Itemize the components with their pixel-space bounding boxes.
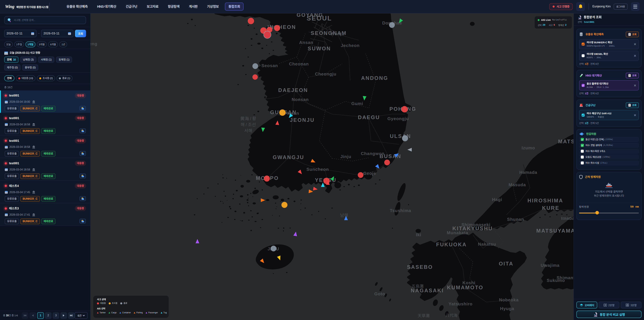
svg-text:MATSUE: MATSUE (558, 139, 574, 144)
svg-text:Koshi: Koshi (462, 280, 475, 285)
svg-text:해 / 조선: 해 / 조선 (241, 121, 256, 127)
svg-text:MATSUYAMA: MATSUYAMA (536, 228, 574, 234)
svg-text:Uwajima: Uwajima (541, 263, 560, 268)
svg-text:Nakatsu: Nakatsu (478, 242, 496, 247)
svg-text:Jinju: Jinju (340, 154, 351, 159)
svg-text:Shimonoseki: Shimonoseki (462, 222, 490, 227)
svg-text:天草灘: 天草灘 (418, 312, 430, 318)
svg-text:SEOUL: SEOUL (307, 15, 332, 22)
svg-text:Hagi: Hagi (492, 197, 502, 202)
svg-text:HIROSHIMA: HIROSHIMA (528, 198, 563, 204)
svg-text:JEONJU: JEONJU (290, 117, 314, 123)
svg-text:Changwon: Changwon (361, 151, 384, 156)
svg-text:SUWON: SUWON (308, 46, 331, 52)
svg-text:Tsushima: Tsushima (390, 208, 411, 213)
svg-text:Nonsan: Nonsan (292, 97, 308, 102)
svg-text:Geoje: Geoje (363, 171, 376, 176)
svg-text:Seosan: Seosan (262, 63, 278, 68)
svg-text:五島灘: 五島灘 (412, 283, 424, 289)
svg-text:KUMAMOTO: KUMAMOTO (447, 284, 483, 290)
svg-text:ANDONG: ANDONG (361, 75, 388, 81)
svg-text:Cheonan: Cheonan (289, 61, 309, 67)
svg-text:Masuda: Masuda (509, 182, 526, 187)
svg-text:OITA: OITA (499, 261, 514, 267)
svg-text:Sukumo: Sukumo (547, 278, 565, 283)
svg-text:남해: 남해 (340, 212, 348, 218)
svg-text:KURE: KURE (542, 205, 560, 211)
svg-text:SASEBO: SASEBO (407, 264, 433, 270)
svg-text:Hyuga: Hyuga (500, 306, 514, 311)
svg-text:Goto: Goto (374, 291, 385, 296)
svg-text:Ansan: Ansan (299, 40, 313, 45)
svg-text:FUKUOKA: FUKUOKA (436, 242, 467, 247)
svg-text:Iksan: Iksan (287, 111, 299, 116)
svg-text:Jecheon: Jecheon (341, 43, 360, 48)
svg-text:Munakata: Munakata (447, 230, 468, 235)
svg-text:Yatsushiro: Yatsushiro (448, 301, 472, 306)
svg-text:Gumi: Gumi (351, 101, 363, 106)
svg-text:DAEGU: DAEGU (358, 114, 380, 120)
svg-text:DAEJEON: DAEJEON (278, 87, 308, 93)
svg-text:Wonju: Wonju (330, 31, 344, 36)
svg-text:黄海 / 황: 黄海 / 황 (240, 115, 256, 121)
svg-text:GWANGJU: GWANGJU (273, 154, 304, 160)
svg-text:Izumo: Izumo (522, 145, 535, 150)
svg-text:서해: 서해 (244, 127, 252, 133)
svg-text:Iki: Iki (416, 232, 421, 237)
svg-text:eng: eng (90, 41, 98, 46)
svg-text:Nobeoka: Nobeoka (499, 297, 519, 302)
svg-text:Cheongju: Cheongju (315, 72, 336, 77)
svg-text:Shunan: Shunan (507, 217, 524, 222)
svg-text:Suncheon: Suncheon (306, 167, 329, 172)
svg-text:Imabari: Imabari (561, 216, 574, 221)
svg-text:Hamada: Hamada (519, 170, 537, 175)
svg-text:Gyeongju: Gyeongju (388, 116, 409, 121)
svg-text:八代海: 八代海 (446, 312, 458, 318)
